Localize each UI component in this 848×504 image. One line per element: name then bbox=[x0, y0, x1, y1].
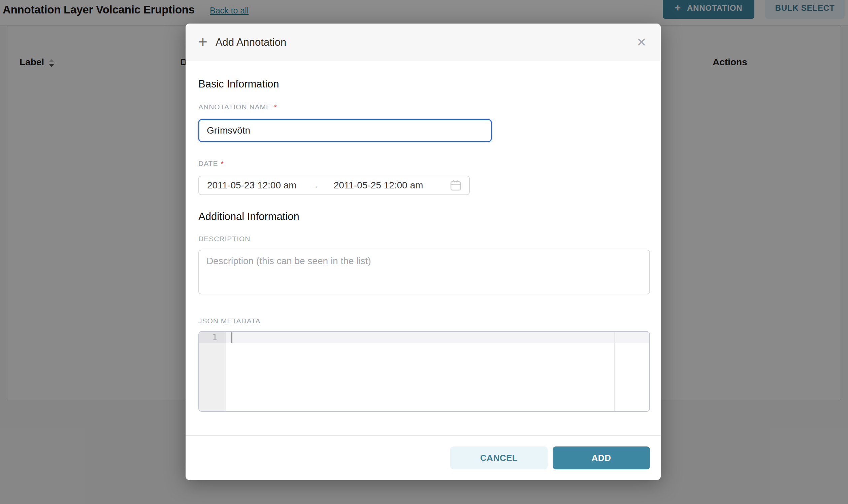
editor-active-line bbox=[226, 332, 649, 343]
close-icon[interactable]: ✕ bbox=[635, 35, 648, 50]
editor-line-number: 1 bbox=[199, 332, 226, 343]
required-asterisk: * bbox=[221, 160, 224, 168]
add-annotation-modal: + Add Annotation ✕ Basic Information ANN… bbox=[186, 23, 661, 480]
annotation-name-input[interactable] bbox=[198, 119, 492, 142]
modal-header: + Add Annotation ✕ bbox=[186, 23, 661, 61]
modal-footer: CANCEL ADD bbox=[186, 435, 661, 480]
editor-print-margin bbox=[614, 332, 615, 411]
json-metadata-editor[interactable]: 1 bbox=[198, 331, 650, 412]
required-asterisk: * bbox=[274, 103, 277, 112]
add-button[interactable]: ADD bbox=[553, 447, 650, 469]
json-metadata-label: JSON METADATA bbox=[198, 317, 650, 325]
date-end-value[interactable]: 2011-05-25 12:00 am bbox=[334, 180, 423, 191]
modal-body: Basic Information ANNOTATION NAME * DATE… bbox=[198, 61, 650, 412]
plus-icon: + bbox=[198, 34, 207, 50]
date-range-picker[interactable]: 2011-05-23 12:00 am → 2011-05-25 12:00 a… bbox=[198, 176, 470, 195]
modal-title: Add Annotation bbox=[215, 36, 286, 49]
section-basic-information: Basic Information bbox=[198, 78, 650, 90]
calendar-icon bbox=[450, 180, 461, 191]
cancel-button[interactable]: CANCEL bbox=[450, 447, 548, 469]
editor-gutter bbox=[199, 332, 226, 411]
section-additional-information: Additional Information bbox=[198, 211, 650, 223]
date-label: DATE * bbox=[198, 160, 650, 168]
arrow-right-icon: → bbox=[311, 180, 319, 191]
annotation-name-label: ANNOTATION NAME * bbox=[198, 103, 650, 112]
date-start-value[interactable]: 2011-05-23 12:00 am bbox=[207, 180, 297, 191]
text-cursor bbox=[231, 332, 232, 343]
description-textarea[interactable] bbox=[198, 250, 650, 294]
description-label: DESCRIPTION bbox=[198, 235, 650, 243]
